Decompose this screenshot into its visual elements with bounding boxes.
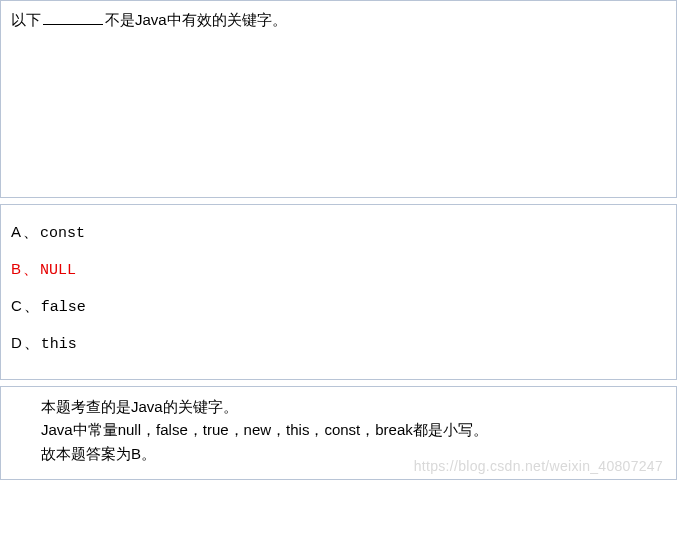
explanation-panel: 本题考查的是Java的关键字。 Java中常量null，false，true，n… <box>0 386 677 480</box>
option-text: false <box>41 299 86 316</box>
question-suffix: 不是Java中有效的关键字。 <box>105 11 287 28</box>
fill-blank <box>43 10 103 25</box>
option-sep: 、 <box>24 334 39 351</box>
option-a[interactable]: A、const <box>11 223 666 242</box>
option-sep: 、 <box>23 260 38 277</box>
explanation-line-3: 故本题答案为B。 <box>41 442 666 465</box>
explanation-line-2: Java中常量null，false，true，new，this，const，br… <box>41 418 666 441</box>
option-b[interactable]: B、NULL <box>11 260 666 279</box>
option-sep: 、 <box>24 297 39 314</box>
option-label: D <box>11 334 22 351</box>
option-label: A <box>11 223 21 240</box>
question-panel: 以下不是Java中有效的关键字。 <box>0 0 677 198</box>
option-text: this <box>41 336 77 353</box>
option-text: NULL <box>40 262 76 279</box>
option-sep: 、 <box>23 223 38 240</box>
option-text: const <box>40 225 85 242</box>
explanation-line-1: 本题考查的是Java的关键字。 <box>41 395 666 418</box>
option-d[interactable]: D、this <box>11 334 666 353</box>
question-text: 以下不是Java中有效的关键字。 <box>11 9 666 32</box>
question-prefix: 以下 <box>11 11 41 28</box>
option-c[interactable]: C、false <box>11 297 666 316</box>
option-label: C <box>11 297 22 314</box>
option-label: B <box>11 260 21 277</box>
options-panel: A、const B、NULL C、false D、this <box>0 204 677 380</box>
